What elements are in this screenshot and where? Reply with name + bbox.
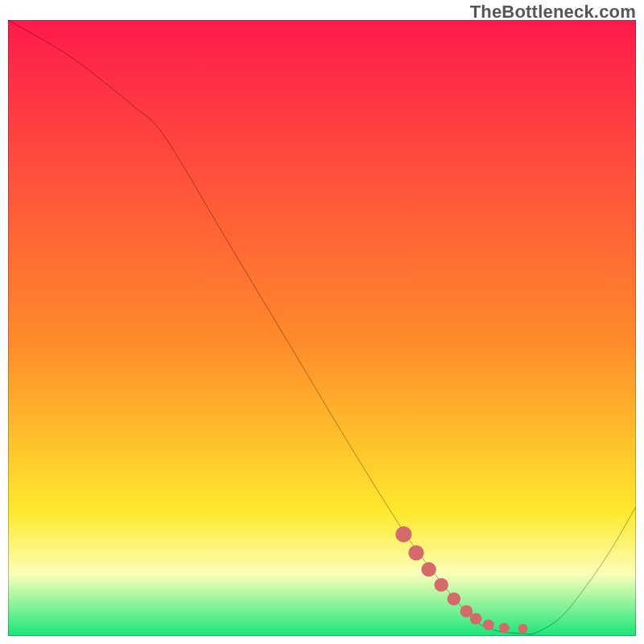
highlight-dot [395,526,411,543]
chart-root: TheBottleneck.com [0,0,644,644]
highlight-dot [434,578,448,592]
highlight-dot [483,619,494,630]
highlight-dot [448,592,461,605]
plot-area [8,20,636,636]
highlight-dot [470,613,482,624]
watermark-text: TheBottleneck.com [470,2,636,23]
highlight-dot [408,545,423,560]
marker-layer [8,20,636,636]
highlight-dot [499,623,510,634]
highlight-dot [460,605,473,617]
highlight-dot [421,562,436,576]
highlight-dot [518,624,528,634]
highlight-dots [395,526,527,634]
